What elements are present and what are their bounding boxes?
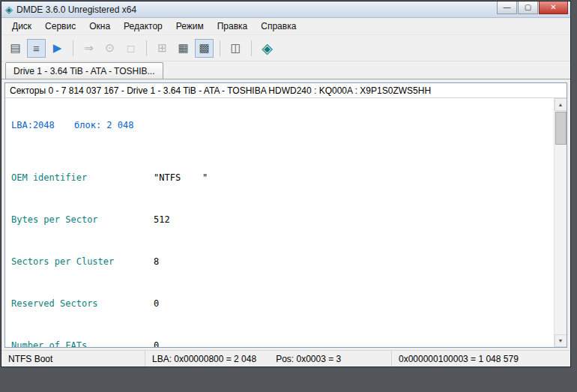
- menu-item-service[interactable]: Сервис: [38, 18, 82, 34]
- hex-view-icon[interactable]: ▩: [195, 39, 214, 58]
- status-structure: NTFS Boot: [1, 351, 145, 367]
- status-position: LBA: 0x00000800 = 2 048 Pos: 0x0003 = 3: [145, 351, 392, 367]
- field-value: 512: [154, 214, 259, 225]
- open-drive-icon[interactable]: ▤: [6, 39, 25, 58]
- status-offset: 0x000000100003 = 1 048 579: [392, 351, 570, 367]
- window-controls: — ▢ ✕: [497, 1, 568, 14]
- boot-sector-view[interactable]: LBA:2048 блок: 2 048 OEM identifier "NTF…: [5, 98, 567, 347]
- status-bar: NTFS Boot LBA: 0x00000800 = 2 048 Pos: 0…: [1, 350, 570, 367]
- goto-offset-icon: ⇒: [79, 39, 98, 58]
- edit-mode-icon: □: [121, 39, 140, 58]
- editor-panel: Секторы 0 - 7 814 037 167 - Drive 1 - 3.…: [4, 82, 567, 348]
- toolbar-separator: [73, 40, 73, 56]
- field-name: Number of FATs: [11, 340, 154, 347]
- dmde-app-icon: ◈: [5, 4, 13, 15]
- field-name: Bytes per Sector: [11, 214, 154, 225]
- scroll-down-icon[interactable]: ▼: [555, 334, 567, 347]
- field-name: Reserved Sectors: [11, 298, 154, 309]
- menu-item-editor[interactable]: Редактор: [117, 18, 169, 34]
- boot-row: Bytes per Sector 512: [11, 214, 552, 225]
- field-value: "NTFS ": [154, 172, 259, 183]
- toolbar: ▤≡▶⇒⊙□⊞▦▩◫◈: [1, 35, 570, 61]
- table-view-icon[interactable]: ▦: [174, 39, 193, 58]
- scroll-thumb[interactable]: [555, 112, 567, 145]
- dmde-logo-icon[interactable]: ◈: [258, 39, 277, 58]
- device-list-icon[interactable]: ≡: [27, 39, 46, 58]
- status-lba: LBA: 0x00000800 = 2 048: [152, 354, 256, 364]
- dmde-window: ◈ DMDE 3.6.0 Unregistered x64 — ▢ ✕ Диск…: [1, 1, 571, 367]
- title-bar[interactable]: ◈ DMDE 3.6.0 Unregistered x64 — ▢ ✕: [1, 1, 570, 18]
- vertical-scrollbar[interactable]: ▲ ▼: [554, 98, 567, 347]
- boot-row: Number of FATs 0: [11, 340, 552, 347]
- status-pos: Pos: 0x0003 = 3: [276, 354, 341, 364]
- menu-item-disk[interactable]: Диск: [5, 18, 38, 34]
- scroll-up-icon[interactable]: ▲: [555, 98, 567, 111]
- field-name: OEM identifier: [11, 172, 154, 183]
- menu-item-windows[interactable]: Окна: [82, 18, 117, 34]
- close-button[interactable]: ✕: [539, 1, 568, 14]
- minimize-button[interactable]: —: [497, 1, 517, 14]
- menu-bar: ДискСервисОкнаРедакторРежимПравкаСправка: [1, 18, 570, 35]
- tab-strip: Drive 1 - 3.64 TiB - ATA - TOSHIB...: [1, 61, 570, 79]
- lba-line: LBA:2048 блок: 2 048: [11, 120, 552, 130]
- cluster-map-icon: ⊞: [153, 39, 172, 58]
- field-value: 0: [154, 298, 259, 309]
- field-value: 0: [154, 340, 259, 347]
- search-icon: ⊙: [100, 39, 119, 58]
- boot-row: Reserved Sectors 0: [11, 298, 552, 309]
- lba-value: LBA:2048: [11, 120, 74, 130]
- tab-drive1[interactable]: Drive 1 - 3.64 TiB - ATA - TOSHIB...: [5, 62, 163, 79]
- menu-item-edit[interactable]: Правка: [211, 18, 255, 34]
- boot-rows: OEM identifier "NTFS " Bytes per Sector …: [11, 151, 552, 347]
- block-value: блок: 2 048: [74, 120, 133, 130]
- toolbar-separator: [146, 40, 147, 56]
- field-name: Sectors per Cluster: [11, 256, 154, 267]
- continue-scan-icon[interactable]: ▶: [48, 39, 67, 58]
- boot-row: Sectors per Cluster 8: [11, 256, 552, 267]
- boot-row: OEM identifier "NTFS ": [11, 172, 552, 183]
- menu-item-help[interactable]: Справка: [254, 18, 303, 34]
- menu-item-mode[interactable]: Режим: [169, 18, 211, 34]
- window-title: DMDE 3.6.0 Unregistered x64: [16, 4, 497, 15]
- toolbar-separator: [251, 40, 252, 56]
- sector-header: Секторы 0 - 7 814 037 167 - Drive 1 - 3.…: [5, 83, 567, 98]
- toolbar-separator: [220, 40, 220, 56]
- field-value: 8: [154, 256, 259, 267]
- maximize-button[interactable]: ▢: [518, 1, 538, 14]
- partition-manager-icon[interactable]: ◫: [226, 39, 245, 58]
